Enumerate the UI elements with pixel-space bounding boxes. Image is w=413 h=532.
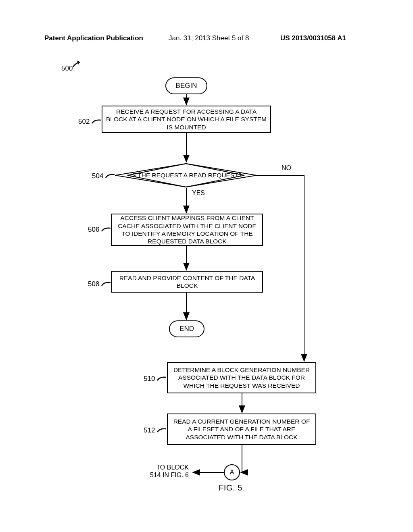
ref-510-leader [156,375,167,381]
ref-508-leader [101,280,111,287]
to-block-label: TO BLOCK 514 IN FIG. 6 [136,463,189,479]
decision-504: IS THE REQUEST A READ REQUEST? [115,163,257,188]
header-left: Patent Application Publication [44,34,143,42]
decision-504-text: IS THE REQUEST A READ REQUEST? [115,172,257,179]
end-text: END [179,325,194,333]
begin-terminator: BEGIN [165,77,207,94]
connector-a-label: A [230,469,234,476]
decision-yes-label: YES [192,189,205,197]
step-512-box: READ A CURRENT GENERATION NUMBER OF A FI… [167,414,316,445]
figure-caption: FIG. 5 [219,483,242,493]
step-508-box: READ AND PROVIDE CONTENT OF THE DATA BLO… [111,271,263,293]
ref-512: 512 [144,426,155,434]
step-502-text: RECEIVE A REQUEST FOR ACCESSING A DATA B… [106,108,267,131]
step-510-box: DETERMINE A BLOCK GENERATION NUMBER ASSO… [167,362,316,393]
step-502-box: RECEIVE A REQUEST FOR ACCESSING A DATA B… [102,106,271,133]
step-506-text: ACCESS CLIENT MAPPINGS FROM A CLIENT CAC… [115,214,259,245]
ref-508: 508 [88,280,99,288]
begin-text: BEGIN [176,82,197,90]
ref-510: 510 [144,375,155,383]
step-506-box: ACCESS CLIENT MAPPINGS FROM A CLIENT CAC… [111,214,263,246]
header-center: Jan. 31, 2013 Sheet 5 of 8 [169,34,249,42]
flow-arrows [0,0,413,532]
end-terminator: END [169,320,204,337]
ref-512-leader [156,426,167,433]
ref-502: 502 [78,118,90,126]
ref-500: 500 [61,64,73,73]
page: Patent Application Publication Jan. 31, … [0,0,413,532]
ref-500-arrow [72,60,84,72]
ref-504: 504 [92,172,103,180]
ref-506-leader [101,226,111,232]
step-510-text: DETERMINE A BLOCK GENERATION NUMBER ASSO… [171,366,312,389]
ref-506: 506 [88,226,99,234]
ref-502-leader [91,118,102,124]
step-512-text: READ A CURRENT GENERATION NUMBER OF A FI… [171,418,312,441]
connector-a: A [224,464,240,480]
step-508-text: READ AND PROVIDE CONTENT OF THE DATA BLO… [115,274,259,290]
decision-no-label: NO [282,164,291,172]
ref-504-leader [105,172,115,179]
header-right: US 2013/0031058 A1 [280,34,346,42]
